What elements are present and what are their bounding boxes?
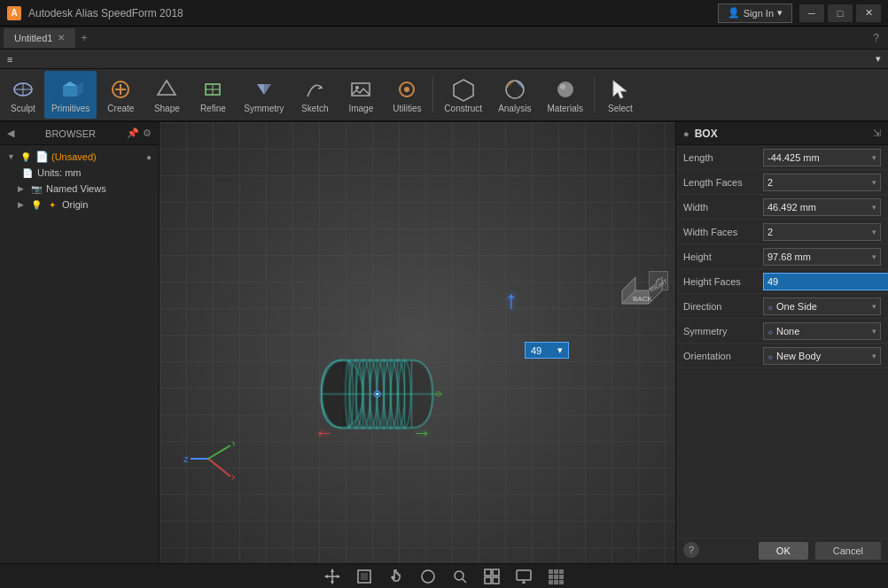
float-value-input[interactable]: 49 ▾: [525, 342, 569, 359]
ok-button[interactable]: OK: [759, 542, 808, 560]
toolbar-materials[interactable]: Materials: [540, 71, 590, 119]
prop-input-height-faces[interactable]: [763, 273, 888, 290]
sidebar-collapse-left[interactable]: ◀: [7, 128, 14, 139]
prop-value-length-faces[interactable]: 2 ▾: [763, 174, 881, 191]
svg-text:Z: Z: [183, 455, 189, 464]
svg-marker-5: [77, 81, 83, 97]
tree-named-views[interactable]: ▶ 📷 Named Views: [4, 181, 155, 197]
tree-record-btn[interactable]: ●: [146, 152, 152, 162]
statusbar-frame-tool[interactable]: [354, 566, 375, 587]
prop-arrow-orientation: ▾: [872, 352, 876, 360]
svg-rect-87: [549, 580, 553, 584]
nav-arrow-left[interactable]: ←: [315, 422, 334, 445]
nav-arrow-right[interactable]: →: [412, 422, 432, 445]
image-label: Image: [348, 104, 373, 113]
sidebar-pin[interactable]: 📌: [127, 128, 139, 139]
toolbar-sketch[interactable]: Sketch: [292, 71, 337, 119]
svg-line-59: [208, 445, 230, 459]
tree-arrow-named-views: ▶: [18, 184, 27, 193]
tree-named-views-label: Named Views: [46, 183, 152, 194]
svg-rect-81: [549, 569, 553, 574]
toolbar-refine[interactable]: Refine: [191, 71, 235, 119]
prop-value-direction[interactable]: ⬦ One Side ▾: [763, 298, 881, 315]
tab-untitled1[interactable]: Untitled1 ✕: [4, 28, 75, 48]
toolbar-select[interactable]: Select: [598, 71, 643, 119]
tree-origin[interactable]: ▶ 💡 ✦ Origin: [4, 197, 155, 213]
prop-value-width-faces[interactable]: 2 ▾: [763, 223, 881, 241]
svg-rect-88: [554, 580, 558, 584]
materials-label: Materials: [547, 104, 583, 113]
help-button-props[interactable]: ?: [683, 542, 699, 558]
tree-root[interactable]: ▼ 💡 📄 (Unsaved) ●: [4, 149, 155, 165]
nav-cube[interactable]: BACK RIGHT: [604, 264, 666, 326]
prop-value-height[interactable]: 97.68 mm ▾: [763, 248, 881, 266]
cancel-button[interactable]: Cancel: [815, 542, 881, 560]
svg-rect-83: [559, 569, 564, 574]
props-expand[interactable]: ⇲: [873, 128, 881, 139]
svg-point-19: [557, 81, 573, 97]
prop-row-orientation: Orientation ⬦ New Body ▾: [676, 344, 888, 368]
help-button[interactable]: ?: [868, 32, 884, 44]
symmetry-icon: [252, 77, 277, 102]
close-button[interactable]: ✕: [856, 4, 881, 22]
toolbar-primitives[interactable]: Primitives: [44, 71, 97, 119]
prop-arrow-length: ▾: [872, 153, 876, 162]
prop-row-symmetry: Symmetry ⬦ None ▾: [676, 319, 888, 344]
svg-rect-84: [549, 575, 553, 579]
statusbar-pan-tool[interactable]: [386, 566, 407, 587]
utilities-icon: [394, 77, 419, 102]
sidebar-settings[interactable]: ⚙: [143, 128, 152, 139]
direction-icon: ⬦: [767, 301, 774, 312]
tab-close-button[interactable]: ✕: [58, 33, 65, 43]
tree-units[interactable]: 📄 Units: mm: [4, 165, 155, 181]
svg-line-57: [208, 459, 230, 476]
shape-icon: [154, 77, 179, 102]
prop-row-length: Length -44.425 mm ▾: [676, 145, 888, 170]
toolbar-analysis[interactable]: Analysis: [491, 71, 538, 119]
statusbar-monitor-view[interactable]: [513, 566, 534, 587]
svg-point-14: [355, 86, 359, 89]
toolbar-construct[interactable]: Construct: [437, 71, 489, 119]
tree-icon-light: 💡: [19, 151, 32, 163]
prop-value-width[interactable]: 46.492 mm ▾: [763, 198, 881, 216]
prop-value-symmetry[interactable]: ⬦ None ▾: [763, 322, 881, 340]
maximize-button[interactable]: □: [828, 4, 853, 22]
select-icon: [608, 77, 633, 102]
statusbar-quad-view[interactable]: [481, 566, 502, 587]
minimize-button[interactable]: ─: [799, 4, 824, 22]
props-collapse[interactable]: ●: [683, 128, 689, 139]
nav-arrow-up[interactable]: ↑: [505, 286, 518, 314]
sign-in-button[interactable]: 👤 Sign In ▾: [718, 4, 792, 23]
svg-rect-76: [485, 577, 491, 584]
toolbar-create[interactable]: Create: [98, 71, 143, 119]
materials-icon: [553, 77, 578, 102]
dropdown-arrow: ▾: [777, 7, 783, 19]
statusbar-move-tool[interactable]: [322, 566, 343, 587]
properties-panel: ● BOX ⇲ Length -44.425 mm ▾ Length Faces…: [675, 122, 888, 563]
prop-row-height: Height 97.68 mm ▾: [676, 244, 888, 269]
toolbar-sculpt[interactable]: Sculpt: [4, 71, 43, 119]
prop-value-length[interactable]: -44.425 mm ▾: [763, 149, 881, 166]
toolbar-symmetry[interactable]: Symmetry: [237, 71, 291, 119]
status-tools: [7, 566, 881, 587]
prop-value-orientation[interactable]: ⬦ New Body ▾: [763, 347, 881, 365]
viewport[interactable]: ↑ ← → ⌂ BACK RIGHT 49 ▾: [160, 122, 675, 563]
sidebar-header: ◀ BROWSER 📌 ⚙: [0, 122, 159, 145]
toolbar-image[interactable]: Image: [339, 71, 383, 119]
svg-rect-13: [352, 83, 370, 96]
svg-point-71: [422, 570, 434, 583]
toolbar-shape[interactable]: Shape: [144, 71, 189, 119]
prop-label-symmetry: Symmetry: [683, 326, 763, 337]
prop-label-length-faces: Length Faces: [683, 177, 763, 188]
new-tab-button[interactable]: +: [75, 32, 92, 44]
primitives-label: Primitives: [51, 104, 90, 113]
statusbar-grid-view[interactable]: [545, 566, 566, 587]
statusbar-zoom-tool[interactable]: [449, 566, 471, 587]
refine-icon: [200, 77, 225, 102]
statusbar-circle-select[interactable]: [417, 566, 439, 587]
toolbar-utilities[interactable]: Utilities: [385, 71, 429, 119]
tree-root-label: (Unsaved): [51, 151, 141, 162]
menu-more[interactable]: ▾: [869, 50, 888, 69]
menu-hamburger[interactable]: ≡: [0, 50, 19, 69]
tree-units-label: Units: mm: [37, 167, 152, 178]
